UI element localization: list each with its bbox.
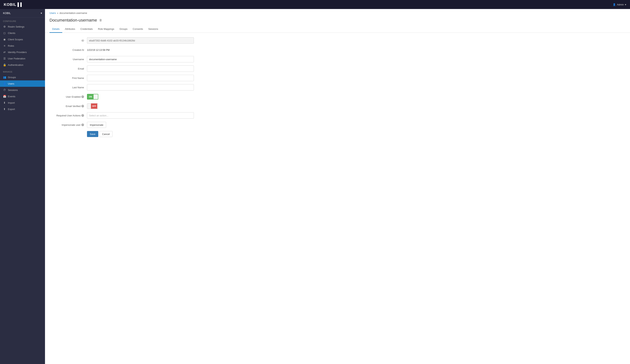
sidebar-item-label: Import bbox=[8, 102, 15, 104]
control-email-verified: OFF bbox=[87, 103, 209, 109]
field-first-name: First Name bbox=[50, 75, 209, 81]
label-first-name: First Name bbox=[50, 77, 87, 80]
sidebar-item-realm-settings[interactable]: ⚙ Realm Settings bbox=[0, 24, 45, 30]
user-enabled-help-icon[interactable]: ? bbox=[82, 96, 84, 98]
tab-role-mappings[interactable]: Role Mappings bbox=[95, 26, 117, 33]
chevron-down-icon: ▾ bbox=[625, 3, 626, 6]
field-username: Username bbox=[50, 56, 209, 62]
label-created-at: Created At bbox=[50, 48, 87, 51]
label-required-user-actions: Required User Actions ? bbox=[50, 114, 87, 117]
label-user-enabled: User Enabled ? bbox=[50, 96, 87, 98]
configure-section-label: Configure bbox=[0, 18, 45, 24]
first-name-input[interactable] bbox=[87, 75, 194, 81]
sidebar-item-label: Users bbox=[8, 82, 14, 85]
sidebar-item-label: Identity Providers bbox=[8, 51, 26, 54]
admin-label: Admin bbox=[617, 3, 624, 6]
details-form: ID Created At 1/22/19 12:13:58 PM Userna… bbox=[45, 37, 214, 137]
control-username bbox=[87, 56, 209, 62]
id-input bbox=[87, 37, 194, 44]
logo: KOBIL ▌▌ bbox=[4, 2, 23, 7]
sidebar-item-export[interactable]: ⬆ Export bbox=[0, 106, 45, 112]
control-user-enabled: ON bbox=[87, 94, 209, 100]
breadcrumb: Users » documentation-username bbox=[45, 9, 630, 17]
label-username: Username bbox=[50, 58, 87, 61]
email-verified-toggle[interactable]: OFF bbox=[87, 103, 98, 109]
field-id: ID bbox=[50, 37, 209, 44]
last-name-input[interactable] bbox=[87, 84, 194, 90]
sidebar-item-events[interactable]: 📅 Events bbox=[0, 93, 45, 100]
sidebar-item-label: User Federation bbox=[8, 57, 25, 60]
username-input[interactable] bbox=[87, 56, 194, 62]
field-created-at: Created At 1/22/19 12:13:58 PM bbox=[50, 47, 209, 53]
control-required-user-actions: Select an action... bbox=[87, 112, 209, 119]
chevron-down-icon: ▾ bbox=[41, 12, 42, 14]
sidebar-item-clients[interactable]: ◻ Clients bbox=[0, 30, 45, 36]
realm-label: KOBIL bbox=[3, 12, 11, 14]
toggle-off-space bbox=[94, 94, 97, 99]
tab-consents[interactable]: Consents bbox=[130, 26, 146, 33]
user-federation-icon: ☰ bbox=[3, 57, 6, 60]
toggle-on-label[interactable]: ON bbox=[88, 94, 94, 99]
impersonate-user-help-icon[interactable]: ? bbox=[82, 124, 84, 126]
form-actions: Save Cancel bbox=[50, 131, 209, 137]
control-last-name bbox=[87, 84, 209, 90]
sidebar-item-label: Events bbox=[8, 95, 16, 98]
field-impersonate-user: Impersonate user ? Impersonate bbox=[50, 122, 209, 128]
export-icon: ⬆ bbox=[3, 108, 6, 110]
sidebar: KOBIL ▾ Configure ⚙ Realm Settings ◻ Cli… bbox=[0, 9, 45, 364]
cancel-button[interactable]: Cancel bbox=[100, 131, 112, 137]
events-icon: 📅 bbox=[3, 95, 6, 98]
main-layout: KOBIL ▾ Configure ⚙ Realm Settings ◻ Cli… bbox=[0, 9, 630, 364]
tab-attributes[interactable]: Attributes bbox=[62, 26, 78, 33]
sidebar-item-groups[interactable]: 👥 Groups bbox=[0, 74, 45, 80]
user-enabled-toggle[interactable]: ON bbox=[87, 94, 98, 100]
delete-icon[interactable]: 🗑 bbox=[99, 18, 102, 22]
sidebar-item-label: Realm Settings bbox=[8, 25, 24, 28]
tab-credentials[interactable]: Credentials bbox=[78, 26, 96, 33]
sidebar-item-identity-providers[interactable]: ⇄ Identity Providers bbox=[0, 49, 45, 55]
toggle-off-label[interactable]: OFF bbox=[91, 104, 97, 109]
tab-sessions[interactable]: Sessions bbox=[146, 26, 161, 33]
email-verified-help-icon[interactable]: ? bbox=[82, 105, 84, 108]
identity-providers-icon: ⇄ bbox=[3, 50, 6, 54]
breadcrumb-parent-link[interactable]: Users bbox=[50, 12, 56, 14]
sidebar-item-import[interactable]: ⬇ Import bbox=[0, 100, 45, 106]
sidebar-item-client-scopes[interactable]: ◉ Client Scopes bbox=[0, 36, 45, 42]
label-email-verified: Email Verified ? bbox=[50, 105, 87, 108]
client-scopes-icon: ◉ bbox=[3, 38, 6, 41]
control-email bbox=[87, 66, 209, 72]
breadcrumb-current: documentation-username bbox=[60, 12, 87, 14]
required-user-actions-select[interactable]: Select an action... bbox=[87, 112, 194, 119]
sessions-icon: ⏱ bbox=[3, 88, 6, 92]
admin-menu[interactable]: 👤 Admin ▾ bbox=[613, 3, 626, 6]
sidebar-item-authentication[interactable]: 🔒 Authentication bbox=[0, 62, 45, 68]
tab-details[interactable]: Details bbox=[50, 26, 62, 33]
sidebar-realm[interactable]: KOBIL ▾ bbox=[0, 9, 45, 18]
save-button[interactable]: Save bbox=[87, 131, 98, 137]
impersonate-button[interactable]: Impersonate bbox=[87, 122, 106, 128]
email-input[interactable] bbox=[87, 66, 194, 72]
sidebar-item-user-federation[interactable]: ☰ User Federation bbox=[0, 55, 45, 62]
sidebar-item-label: Export bbox=[8, 108, 15, 110]
sidebar-item-label: Authentication bbox=[8, 64, 23, 66]
sidebar-item-sessions[interactable]: ⏱ Sessions bbox=[0, 87, 45, 93]
sidebar-item-users[interactable]: 👤 Users bbox=[0, 80, 45, 87]
control-created-at: 1/22/19 12:13:58 PM bbox=[87, 48, 209, 51]
sidebar-item-label: Roles bbox=[8, 44, 14, 47]
created-at-value: 1/22/19 12:13:58 PM bbox=[87, 48, 110, 52]
field-required-user-actions: Required User Actions ? Select an action… bbox=[50, 112, 209, 119]
control-id bbox=[87, 37, 209, 44]
field-email-verified: Email Verified ? OFF bbox=[50, 103, 209, 109]
tab-groups[interactable]: Groups bbox=[117, 26, 130, 33]
toggle-on-space bbox=[87, 104, 91, 109]
control-impersonate-user: Impersonate bbox=[87, 122, 209, 128]
control-first-name bbox=[87, 75, 209, 81]
required-user-actions-help-icon[interactable]: ? bbox=[82, 114, 84, 117]
sidebar-item-roles[interactable]: ≡ Roles bbox=[0, 42, 45, 49]
roles-icon: ≡ bbox=[3, 44, 6, 47]
content-area: Users » documentation-username Documenta… bbox=[45, 9, 630, 364]
groups-icon: 👥 bbox=[3, 76, 6, 79]
authentication-icon: 🔒 bbox=[3, 63, 6, 66]
label-id: ID bbox=[50, 39, 87, 42]
user-icon: 👤 bbox=[613, 3, 616, 6]
